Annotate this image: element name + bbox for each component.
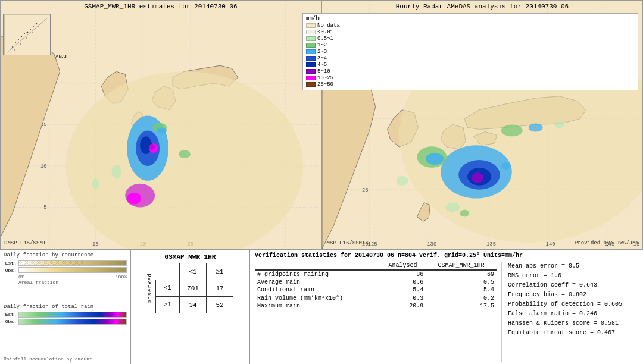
stats-cell-analysed-0: 86 [380, 271, 426, 278]
svg-point-4 [18, 39, 19, 40]
rainfall-title: Rainfall accumulation by amount [4, 356, 127, 362]
svg-point-89 [529, 124, 543, 132]
occurrence-est-row: Est. [4, 260, 127, 266]
stats-cell-analysed-4: 20.9 [380, 302, 426, 310]
contingency-v11: 701 [180, 280, 207, 297]
left-map-source: DMSP-F15/SSMI [4, 240, 46, 246]
stats-row-3: Rain volume (mm*km²x10⁶) 0.3 0.2 [255, 294, 497, 302]
rain-est-label: Est. [4, 312, 17, 317]
metric-line-5: False alarm ratio = 0.246 [508, 309, 638, 319]
svg-point-51 [157, 127, 167, 133]
legend-item-4: 4~5 [306, 62, 635, 68]
legend-title: mm/hr [306, 15, 635, 21]
legend-color-510 [306, 69, 316, 74]
legend-color-4 [306, 62, 316, 67]
stats-row-2: Conditional rain 5.4 5.4 [255, 286, 497, 294]
metric-line-1: RMS error = 1.6 [508, 271, 638, 281]
svg-point-9 [33, 26, 34, 27]
svg-point-2 [12, 46, 13, 48]
rain-title: Daily fraction of total rain [4, 304, 127, 310]
stats-cell-gsmap-1: 0.5 [426, 278, 497, 286]
legend-label-2: 2~3 [317, 49, 327, 55]
stats-cell-gsmap-3: 0.2 [426, 294, 497, 302]
right-map-source: DMSP-F16/SSMIS [323, 240, 369, 246]
stats-th-analysed: Analysed [380, 262, 426, 270]
contingency-panel: GSMAP_MWR_1HR Observed <1 ≥1 [131, 250, 250, 364]
contingency-row-lt1: <1 701 17 [156, 280, 233, 297]
svg-text:5: 5 [43, 205, 46, 211]
legend-color-3 [306, 56, 316, 61]
stats-row-0: # gridpoints raining 86 69 [255, 271, 497, 278]
legend-item-2550: 25~50 [306, 81, 635, 87]
legend-item-05: 0.5~1 [306, 36, 635, 42]
legend-label-nodata: No data [317, 23, 340, 29]
stats-row-4: Maximum rain 20.9 17.5 [255, 302, 497, 310]
jwa-label: Provided by: JWA/JMA [575, 240, 639, 246]
svg-point-6 [24, 33, 25, 34]
svg-point-53 [92, 179, 99, 189]
svg-point-3 [15, 42, 16, 43]
stats-cell-gsmap-0: 69 [426, 271, 497, 278]
metric-line-2: Correlation coeff = 0.643 [508, 281, 638, 290]
svg-point-15 [38, 26, 39, 27]
svg-text:140: 140 [546, 241, 555, 247]
svg-point-87 [426, 153, 444, 165]
svg-text:25: 25 [362, 187, 369, 193]
svg-text:125: 125 [368, 241, 377, 247]
svg-point-8 [30, 29, 31, 30]
legend-item-nodata: No data [306, 23, 635, 29]
stats-right-panel: Analysed GSMAP_MWR_1HR # gridpoints rain… [255, 262, 638, 362]
rain-obs-label: Obs. [4, 319, 17, 324]
metrics-wrap: Mean abs error = 0.5RMS error = 1.6Corre… [501, 262, 638, 362]
stats-cell-label-4: Maximum rain [255, 302, 380, 310]
svg-rect-0 [4, 14, 51, 55]
rain-obs-track [18, 319, 127, 325]
contingency-empty-header [156, 263, 180, 280]
occurrence-obs-label: Obs. [4, 268, 17, 273]
rain-chart: Daily fraction of total rain Est. Obs. [4, 304, 127, 353]
stats-header-row: Analysed GSMAP_MWR_1HR [255, 262, 497, 270]
stats-cell-label-1: Average rain [255, 278, 380, 286]
stats-cell-label-2: Conditional rain [255, 286, 380, 294]
bottom-row: Daily fraction by occurrence Est. [0, 250, 643, 364]
legend-label-510: 5~10 [317, 68, 330, 74]
legend-label-001: <0.01 [317, 29, 333, 35]
svg-point-52 [111, 165, 121, 179]
metric-line-0: Mean abs error = 0.5 [508, 262, 638, 271]
contingency-obs-vertical: Observed [147, 273, 153, 303]
legend-color-1 [306, 43, 316, 48]
occurrence-chart: Daily fraction by occurrence Est. [4, 252, 127, 302]
svg-point-7 [27, 32, 29, 33]
stats-cell-analysed-3: 0.3 [380, 294, 426, 302]
occurrence-est-track [18, 260, 127, 266]
legend-label-05: 0.5~1 [317, 36, 333, 42]
contingency-row-label-lt1: <1 [156, 280, 180, 297]
occurrence-obs-fill [19, 268, 126, 272]
svg-point-11 [14, 49, 15, 51]
occurrence-axis: 0% 100% [4, 274, 127, 280]
contingency-title: GSMAP_MWR_1HR [165, 253, 216, 261]
stats-cell-label-0: # gridpoints raining [255, 271, 380, 278]
legend-color-1025 [306, 76, 316, 80]
inset-svg [4, 14, 51, 55]
svg-point-54 [179, 150, 191, 158]
svg-point-88 [501, 125, 523, 137]
stats-cell-analysed-2: 5.4 [380, 286, 426, 294]
contingency-v12: 17 [207, 280, 233, 297]
charts-panel: Daily fraction by occurrence Est. [0, 250, 131, 364]
legend-item-1025: 10~25 [306, 75, 635, 81]
stats-table-wrap: Analysed GSMAP_MWR_1HR # gridpoints rain… [255, 262, 497, 362]
rain-est-track [18, 312, 127, 318]
svg-point-85 [472, 172, 483, 183]
occurrence-title: Daily fraction by occurrence [4, 252, 127, 258]
svg-point-13 [26, 37, 27, 39]
left-map-panel: GSMAP_MWR_1HR estimates for 20140730 06 [0, 0, 322, 249]
maps-row: GSMAP_MWR_1HR estimates for 20140730 06 [0, 0, 643, 250]
anal-label: ANAL [55, 54, 68, 60]
contingency-v22: 52 [207, 297, 233, 313]
contingency-table-wrap: <1 ≥1 <1 701 17 ≥1 [155, 263, 233, 313]
contingency-col-ge1: ≥1 [207, 263, 233, 280]
rain-est-fill [19, 312, 126, 317]
svg-point-14 [32, 32, 33, 33]
svg-text:135: 135 [486, 241, 496, 247]
